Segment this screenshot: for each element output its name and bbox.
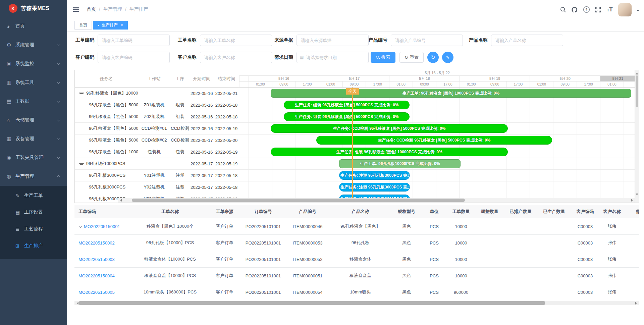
gantt-bar[interactable]: 生产任务: 注塑 96孔孔板3000PCS 完成比例: 0% — [339, 183, 410, 192]
gantt-bar[interactable]: 生产任务: 包装 96孔移液盒 [黑色] 10000PCS 完成比例: 0% — [271, 148, 508, 156]
gantt-bar[interactable]: 生产工单: 96孔孔板10000PCS 完成比例: 0% — [339, 159, 461, 168]
work-order-source-cell: 客户订单 — [209, 273, 240, 279]
sidebar-menu-item[interactable]: ▣ 系统监控 — [0, 54, 67, 73]
sidebar-menu-item[interactable]: ◍ 生产管理 — [0, 167, 67, 186]
gantt-grid-row[interactable]: 96孔移液盒【黑色】10000PCS 包装机 包装 2022-05-16 202… — [75, 146, 239, 158]
filter-input[interactable] — [98, 35, 170, 46]
table-row[interactable]: MO202205150005 10mm吸头【960000】PCS 客户订单 PO… — [74, 284, 639, 300]
sidebar-menu-item[interactable]: ◉ 工装夹具管理 — [0, 148, 67, 167]
work-order-code-cell: MO202205150005 — [74, 290, 131, 295]
tab-home[interactable]: 首页 — [74, 21, 92, 30]
font-size-icon[interactable]: TT — [606, 6, 613, 13]
edit-button[interactable]: ✎ — [442, 52, 453, 63]
task-name: 96孔孔板10000PCS — [86, 161, 125, 167]
help-icon[interactable]: ? — [583, 6, 590, 13]
github-icon[interactable] — [571, 6, 578, 13]
table-row[interactable]: MO202205150004 移液盒盒盖【10000】PCS 客户订单 PO20… — [74, 268, 639, 284]
refresh-button[interactable]: ↻ — [427, 52, 439, 63]
breadcrumb-item[interactable]: 生产管理 — [96, 6, 122, 12]
work-order-source-cell: 客户订单 — [209, 289, 240, 295]
sidebar-submenu-item[interactable]: ▦ 工序设置 — [0, 204, 67, 221]
scroll-up-icon[interactable] — [636, 71, 638, 74]
work-order-link[interactable]: MO202205150004 — [78, 273, 115, 278]
gantt-grid-row[interactable]: 96孔移液盒【黑色】5000PCS CCD检测#01 CCD检测 2022-05… — [75, 123, 239, 134]
reset-button[interactable]: ↻重置 — [399, 52, 424, 63]
sidebar-submenu-item[interactable]: ≣ 工艺流程 — [0, 221, 67, 237]
expand-caret-icon[interactable] — [79, 163, 84, 166]
scroll-left-icon[interactable] — [75, 302, 78, 305]
gantt-horizontal-scrollbar[interactable] — [118, 198, 635, 203]
sidebar-item-label: 仓储管理 — [15, 117, 34, 123]
gantt-bar[interactable]: 生产任务: CCD检测 96孔移液盒 [黑色] 5000PCS 完成比例: 0% — [316, 136, 552, 145]
gantt-hscroll-thumb[interactable] — [132, 199, 465, 202]
task-name-cell: 96孔移液盒【黑色】10000PCS — [75, 90, 138, 96]
gantt-grid-row[interactable]: 96孔孔板3000PCS Y01注塑机 注塑 2022-05-17 2022-0… — [75, 170, 239, 181]
scroll-left-icon[interactable] — [119, 199, 122, 202]
gantt-bar[interactable]: 生产任务: 组装 96孔移液盒 [黑色] 5000PCS 完成比例: 0% — [284, 101, 410, 109]
filter-input[interactable] — [200, 35, 272, 46]
header-cell: 工单来源 — [209, 209, 240, 215]
demand-date-input[interactable] — [297, 52, 369, 63]
search-button[interactable]: 搜索 — [371, 52, 395, 63]
sidebar-submenu-item[interactable]: ✎ 生产工单 — [0, 187, 67, 204]
close-tab-icon[interactable]: × — [121, 23, 123, 28]
sidebar-collapse-icon[interactable] — [73, 7, 79, 8]
sidebar-menu-item[interactable]: ▦ 设备管理 — [0, 129, 67, 148]
sidebar-menu-item[interactable]: ▥ 系统工具 — [0, 73, 67, 92]
app-logo[interactable]: K 苦糖果MES — [0, 0, 67, 17]
sidebar-menu-item[interactable]: ▤ 主数据 — [0, 92, 67, 111]
user-menu-caret-icon[interactable] — [637, 10, 639, 13]
expand-caret-icon[interactable] — [79, 93, 84, 96]
sidebar-menu-item[interactable]: ◕ 首页 — [0, 17, 67, 36]
scroll-right-icon[interactable] — [631, 199, 634, 202]
table-row[interactable]: MO202205150002 96孔孔板【10000】PCS 客户订单 PO20… — [74, 235, 639, 251]
scroll-down-icon[interactable] — [636, 194, 638, 197]
gantt-bar[interactable]: 生产任务: 组装 96孔移液盒 [黑色] 5000PCS 完成比例: 0% — [284, 112, 410, 121]
sidebar-menu-item[interactable]: ⌂ 仓储管理 — [0, 111, 67, 129]
gantt-grid-row[interactable]: 96孔移液盒【黑色】5000PCS CCD检测#02 CCD检测 2022-05… — [75, 134, 239, 146]
col-end-time: 结束时间 — [214, 76, 239, 82]
production-icon: ◍ — [7, 173, 15, 179]
filter-input[interactable] — [491, 35, 563, 46]
search-icon[interactable] — [559, 6, 566, 13]
work-order-link[interactable]: MO202205150001 — [84, 224, 120, 229]
customer-code-cell: C00003 — [571, 257, 599, 262]
tab-production-schedule[interactable]: ●生产排产× — [93, 21, 128, 30]
gantt-bar-row: 生产工单: 96孔移液盒 [黑色] 10000PCS 完成比例: 0% — [239, 88, 635, 99]
gantt-grid-row[interactable]: 96孔移液盒【黑色】5000PCS Z02组装机 组装 2022-05-16 2… — [75, 111, 239, 123]
table-row[interactable]: MO202205150001 移液盒【黑色】10000个 客户订单 PO2022… — [74, 218, 639, 235]
table-row[interactable]: MO202205150003 移液盒盒体【10000】PCS 客户订单 PO20… — [74, 251, 639, 268]
breadcrumb-item[interactable]: 首页 — [87, 6, 96, 12]
scroll-right-icon[interactable] — [635, 302, 638, 305]
fullscreen-icon[interactable] — [595, 6, 601, 13]
sidebar-submenu-item[interactable]: ⊞ 生产排产 — [0, 237, 67, 254]
gantt-grid-row[interactable]: 96孔移液盒【黑色】5000PCS Z01组装机 组装 2022-05-16 2… — [75, 99, 239, 111]
work-order-link[interactable]: MO202205150005 — [78, 290, 115, 295]
gantt-vscroll-thumb[interactable] — [636, 75, 638, 107]
gantt-grid-row[interactable]: 96孔孔板3000PCS Y02注塑机 注塑 2022-05-17 2022-0… — [75, 181, 239, 193]
gantt-grid-row[interactable]: 96孔移液盒【黑色】10000PCS 2022-05-16 2022-05-21 — [75, 88, 239, 99]
table-horizontal-scrollbar[interactable] — [74, 301, 639, 305]
row-expand-icon[interactable] — [78, 224, 82, 228]
filter-input[interactable] — [98, 52, 170, 63]
work-order-link[interactable]: MO202205150003 — [78, 257, 115, 262]
avatar[interactable] — [618, 3, 632, 16]
breadcrumb-item[interactable]: 生产排产 — [122, 6, 148, 12]
work-order-link[interactable]: MO202205150002 — [78, 240, 115, 246]
gantt-bar[interactable]: 生产任务: 注塑 96孔孔板3000PCS 完成比例: 0% — [339, 171, 410, 180]
sidebar-menu-item[interactable]: ⚙ 系统管理 — [0, 36, 67, 54]
quantity-cell: 10000 — [447, 224, 475, 229]
gantt-bar[interactable]: 生产工单: 96孔移液盒 [黑色] 10000PCS 完成比例: 0% — [271, 89, 631, 98]
table-hscroll-thumb[interactable] — [79, 301, 545, 305]
gantt-grid-header: 任务名 工作站 工序 开始时间 结束时间 — [75, 70, 239, 88]
task-name: 96孔移液盒【黑色】5000PCS — [89, 125, 138, 131]
gantt-vertical-scrollbar[interactable] — [635, 70, 639, 203]
gantt-grid-row[interactable]: 96孔孔板10000PCS 2022-05-17 2022-05-19 — [75, 158, 239, 170]
filter-input[interactable] — [200, 52, 272, 63]
filter-input[interactable] — [391, 35, 463, 46]
gantt-bar[interactable]: 生产任务: CCD检测 96孔移液盒 [黑色] 5000PCS 完成比例: 0% — [271, 124, 508, 133]
customer-name-cell: 张伟 — [599, 273, 625, 279]
filter-group: 来源单据 — [274, 35, 369, 46]
workstation-cell: Y01注塑机 — [138, 172, 171, 178]
filter-input[interactable] — [297, 35, 369, 46]
